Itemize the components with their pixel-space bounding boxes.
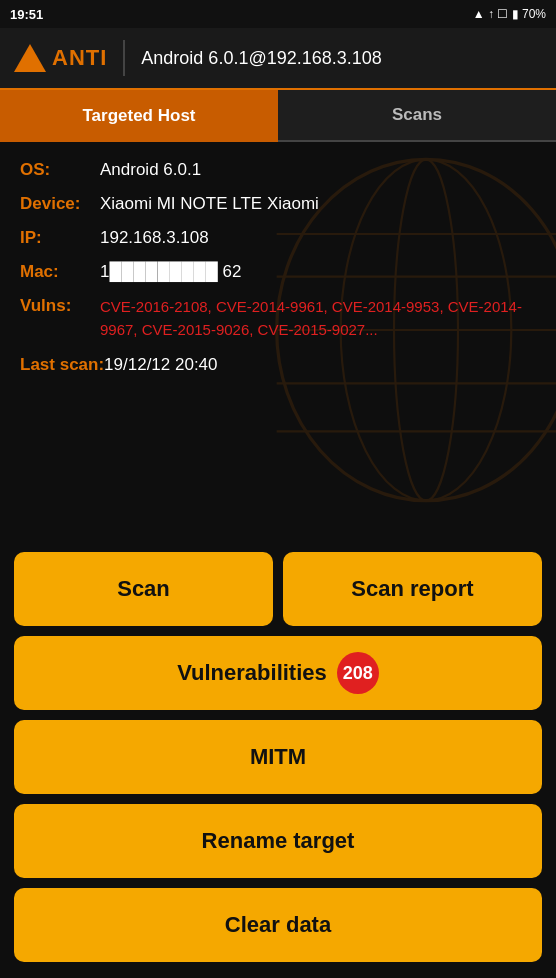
app-logo: ANTI: [14, 44, 107, 72]
ip-row: IP: 192.168.3.108: [20, 228, 536, 248]
last-scan-label: Last scan:: [20, 355, 104, 375]
tab-bar: Targeted Host Scans: [0, 90, 556, 142]
vulns-row: Vulns: CVE-2016-2108, CVE-2014-9961, CVE…: [20, 296, 536, 341]
os-row: OS: Android 6.0.1: [20, 160, 536, 180]
vulnerabilities-button[interactable]: Vulnerabilities 208: [14, 636, 542, 710]
status-time: 19:51: [10, 7, 43, 22]
status-bar: 19:51 ▲ ↑ ☐ ▮ 70%: [0, 0, 556, 28]
device-row: Device: Xiaomi MI NOTE LTE Xiaomi: [20, 194, 536, 214]
tab-targeted-host[interactable]: Targeted Host: [0, 90, 278, 142]
os-label: OS:: [20, 160, 100, 180]
last-scan-value: 19/12/12 20:40: [104, 355, 217, 375]
os-value: Android 6.0.1: [100, 160, 201, 180]
vuln-count-badge: 208: [337, 652, 379, 694]
vulns-value: CVE-2016-2108, CVE-2014-9961, CVE-2014-9…: [100, 296, 536, 341]
clear-data-button[interactable]: Clear data: [14, 888, 542, 962]
clear-button-row: Clear data: [14, 888, 542, 962]
vulnerabilities-label: Vulnerabilities: [177, 660, 327, 686]
mitm-button-row: MITM: [14, 720, 542, 794]
scan-report-button[interactable]: Scan report: [283, 552, 542, 626]
ip-label: IP:: [20, 228, 100, 248]
rename-target-button[interactable]: Rename target: [14, 804, 542, 878]
device-label: Device:: [20, 194, 100, 214]
mac-value: 1█████████ 62: [100, 262, 242, 282]
mac-row: Mac: 1█████████ 62: [20, 262, 536, 282]
tab-scans[interactable]: Scans: [278, 90, 556, 142]
header-title: Android 6.0.1@192.168.3.108: [141, 48, 381, 69]
last-scan-row: Last scan: 19/12/12 20:40: [20, 355, 536, 375]
header-divider: [123, 40, 125, 76]
mitm-button[interactable]: MITM: [14, 720, 542, 794]
buttons-area: Scan Scan report Vulnerabilities 208 MIT…: [0, 542, 556, 972]
mac-label: Mac:: [20, 262, 100, 282]
logo-text: ANTI: [52, 45, 107, 71]
main-content: OS: Android 6.0.1 Device: Xiaomi MI NOTE…: [0, 142, 556, 542]
device-value: Xiaomi MI NOTE LTE Xiaomi: [100, 194, 319, 214]
vulnerabilities-button-row: Vulnerabilities 208: [14, 636, 542, 710]
status-icons: ▲ ↑ ☐ ▮ 70%: [473, 7, 546, 21]
scan-button[interactable]: Scan: [14, 552, 273, 626]
logo-triangle-icon: [14, 44, 46, 72]
ip-value: 192.168.3.108: [100, 228, 209, 248]
rename-button-row: Rename target: [14, 804, 542, 878]
app-header: ANTI Android 6.0.1@192.168.3.108: [0, 28, 556, 90]
vulns-label: Vulns:: [20, 296, 100, 316]
scan-button-row: Scan Scan report: [14, 552, 542, 626]
